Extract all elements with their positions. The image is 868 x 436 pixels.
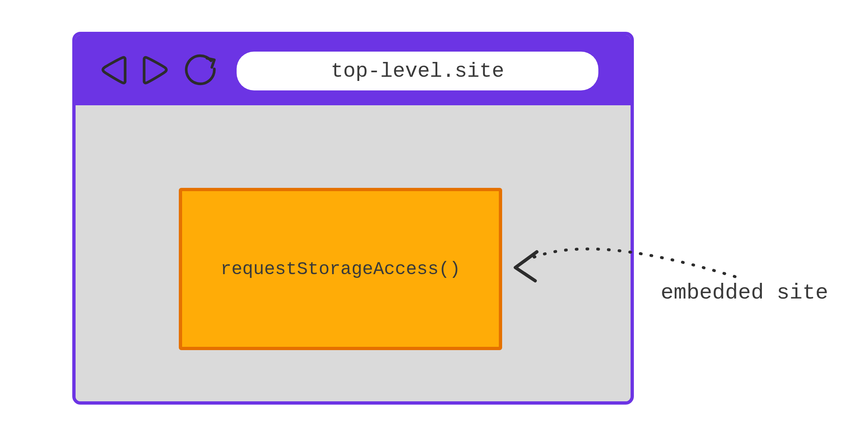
nav-icon-group [100,52,218,88]
reload-icon[interactable] [183,52,218,88]
back-icon[interactable] [100,53,128,87]
annotation-label: embedded site [661,281,828,305]
iframe-code-text: requestStorageAccess() [221,259,460,280]
browser-viewport: requestStorageAccess() [76,105,631,401]
address-url: top-level.site [331,59,504,83]
diagram-stage: top-level.site requestStorageAccess() em… [0,0,868,436]
embedded-iframe: requestStorageAccess() [179,188,502,350]
forward-icon[interactable] [142,53,169,87]
address-bar[interactable]: top-level.site [237,52,598,90]
browser-window: top-level.site requestStorageAccess() [72,32,634,405]
browser-toolbar: top-level.site [76,35,631,105]
